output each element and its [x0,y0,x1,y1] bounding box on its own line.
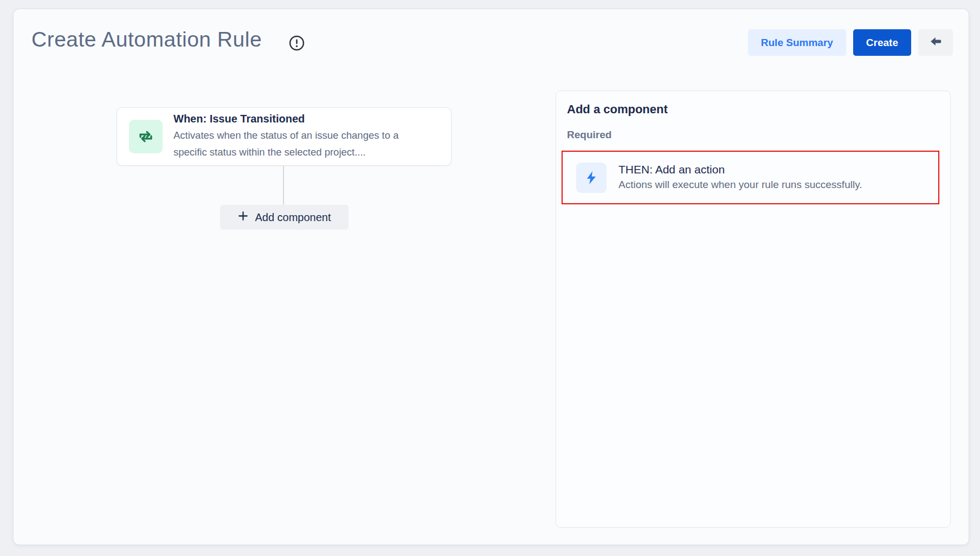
create-button[interactable]: Create [853,29,911,56]
component-item-then-add-action[interactable]: THEN: Add an action Actions will execute… [562,151,939,204]
trigger-card-issue-transitioned[interactable]: When: Issue Transitioned Activates when … [117,107,452,166]
page-title: Create Automation Rule [31,28,262,51]
component-item-texts: THEN: Add an action Actions will execute… [618,163,862,192]
panel-title: Add a component [567,102,668,117]
back-button[interactable] [918,29,953,56]
arrow-left-icon [929,34,943,51]
plus-icon [237,210,249,224]
rule-summary-button[interactable]: Rule Summary [748,29,846,56]
connector-line [283,166,284,205]
component-item-description: Actions will execute when your rule runs… [618,178,862,192]
trigger-card-description: Activates when the status of an issue ch… [173,127,428,160]
alert-circle-icon[interactable] [288,35,305,51]
trigger-card-title: When: Issue Transitioned [173,113,428,125]
transition-arrows-icon [129,120,163,153]
add-component-label: Add component [255,211,331,224]
page-header: Create Automation Rule Rule Summary Crea… [14,9,969,74]
component-item-title: THEN: Add an action [618,163,862,176]
add-component-panel: Add a component Required THEN: Add an ac… [556,90,951,528]
add-component-button[interactable]: Add component [220,205,349,230]
panel-section-required: Required [567,129,611,141]
create-automation-rule-page: Create Automation Rule Rule Summary Crea… [14,9,969,545]
lightning-bolt-icon [576,163,607,193]
header-actions: Rule Summary Create [748,29,953,56]
trigger-card-texts: When: Issue Transitioned Activates when … [173,113,428,160]
